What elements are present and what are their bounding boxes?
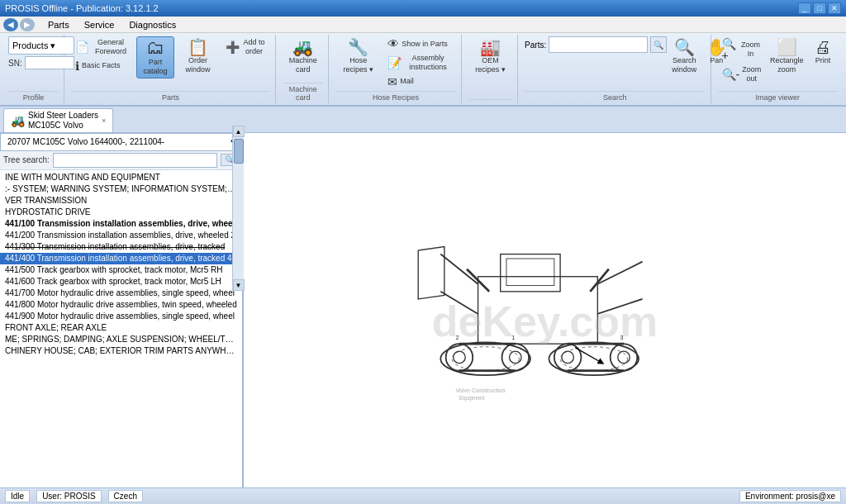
hose-icon: 🔧	[348, 39, 368, 55]
title-bar: PROSIS Offline - Publication: 3.12.1.2 _…	[0, 0, 846, 17]
ribbon: Products ▾ SN: Profile 📄 General Forewor…	[0, 33, 846, 107]
print-icon: 🖨	[815, 39, 831, 55]
machine-diagram: 1 2 3 Volvo Construction Equipment	[388, 222, 702, 421]
tree-item[interactable]: 441/500 Track gearbox with sprocket, tra…	[0, 264, 242, 276]
tree-item[interactable]: CHINERY HOUSE; CAB; EXTERIOR TRIM PARTS …	[0, 345, 242, 357]
minimize-button[interactable]: _	[798, 2, 811, 14]
profile-group-label: Profile	[8, 91, 59, 102]
order-icon: 📋	[188, 39, 208, 55]
ribbon-group-parts: 📄 General Foreword ℹ Basic Facts 🗂 Part …	[66, 35, 276, 103]
svg-line-6	[597, 298, 642, 313]
part-catalog-button[interactable]: 🗂 Part catalog	[136, 36, 174, 78]
tree-item[interactable]: 441/900 Motor hydraulic drive assemblies…	[0, 311, 242, 322]
basic-facts-label: Basic Facts	[82, 61, 121, 70]
order-window-label: Order window	[181, 56, 215, 74]
tree-item[interactable]: 441/800 Motor hydraulic drive assemblies…	[0, 299, 242, 311]
ribbon-group-search: Parts: 🔍 🔍 Search window ✋ Pan Search	[520, 35, 711, 103]
svg-line-4	[440, 291, 478, 313]
tab-label: Skid Steer LoadersMC105C Volvo	[28, 111, 98, 131]
tree-item[interactable]: 441/100 Transmission installation assemb…	[0, 218, 242, 230]
mail-label: Mail	[400, 77, 414, 86]
machine-card-button[interactable]: 🚜 Machine card	[283, 36, 323, 77]
back-button[interactable]: ◀	[3, 18, 18, 31]
oem-group-label	[468, 99, 512, 102]
tree-item[interactable]: HYDROSTATIC DRIVE	[0, 207, 242, 218]
image-area: 1 2 3 Volvo Construction Equipment deKey…	[244, 133, 846, 504]
tree-item[interactable]: ME; SPRINGS; DAMPING; AXLE SUSPENSION; W…	[0, 334, 242, 345]
svg-point-19	[554, 344, 581, 371]
catalog-icon: 🗂	[146, 39, 164, 57]
search-window-button[interactable]: 🔍 Search window	[669, 36, 699, 77]
add-to-order-button[interactable]: ➕ Add to order	[221, 36, 270, 58]
menu-parts[interactable]: Parts	[41, 18, 76, 31]
scrollbar-thumb[interactable]	[234, 139, 244, 164]
info-icon: ℹ	[75, 60, 79, 72]
svg-text:1: 1	[511, 333, 515, 340]
window-controls[interactable]: _ □ ✕	[798, 2, 841, 14]
main-tab[interactable]: 🚜 Skid Steer LoadersMC105C Volvo ×	[3, 108, 113, 132]
mail-icon: ✉	[387, 76, 397, 88]
show-in-parts-button[interactable]: 👁 Show in Parts	[383, 36, 456, 51]
assembly-instructions-button[interactable]: 📝 Assembly instructions	[383, 52, 456, 74]
basic-facts-button[interactable]: ℹ Basic Facts	[71, 59, 134, 74]
products-dropdown[interactable]: Products ▾	[8, 36, 74, 55]
scrollbar-down-button[interactable]: ▼	[233, 279, 245, 291]
general-foreword-button[interactable]: 📄 General Foreword	[71, 36, 134, 58]
machine-card-label: Machine card	[287, 56, 319, 74]
zoom-in-button[interactable]: 🔍+ Zoom In	[718, 36, 766, 63]
oem-icon: 🏭	[480, 39, 501, 55]
hose-recipes-button[interactable]: 🔧 Hose recipes ▾	[335, 36, 381, 77]
tree-item[interactable]: :- SYSTEM; WARNING SYSTEM; INFORMATION S…	[0, 183, 242, 195]
forward-button[interactable]: ▶	[20, 18, 35, 31]
search-glass-button[interactable]: 🔍	[650, 36, 667, 53]
zoom-out-button[interactable]: 🔍- Zoom out	[718, 64, 766, 85]
tree-item[interactable]: 441/400 Transmission installation assemb…	[0, 253, 242, 264]
tree-item[interactable]: INE WITH MOUNTING AND EQUIPMENT	[0, 172, 242, 183]
tree-item[interactable]: VER TRANSMISSION	[0, 195, 242, 207]
right-panel: 1 2 3 Volvo Construction Equipment deKey…	[244, 133, 846, 504]
svg-line-3	[440, 254, 478, 283]
zoom-out-icon: 🔍-	[722, 69, 740, 80]
tab-bar: 🚜 Skid Steer LoadersMC105C Volvo ×	[0, 107, 846, 133]
menu-service[interactable]: Service	[78, 18, 121, 31]
oem-recipes-label: OEM recipes ▾	[473, 56, 508, 74]
parts-search-input[interactable]	[549, 36, 648, 53]
svg-point-17	[610, 344, 637, 371]
tab-close-button[interactable]: ×	[102, 116, 106, 125]
machine-card-group-label: Machine card	[283, 83, 323, 102]
tree-search-input[interactable]	[53, 153, 217, 168]
sn-label: SN:	[8, 59, 22, 68]
machine-dropdown[interactable]: 20707 MC105C Volvo 1644000-, 2211004-	[0, 133, 242, 151]
parts-group-label: Parts	[71, 91, 270, 102]
search-window-icon: 🔍	[674, 39, 695, 55]
status-user: User: PROSIS	[36, 490, 101, 502]
tree-item[interactable]: 441/200 Transmission installation assemb…	[0, 230, 242, 241]
mail-button[interactable]: ✉ Mail	[383, 74, 456, 89]
menu-bar: ◀ ▶ Parts Service Diagnostics	[0, 17, 846, 33]
svg-point-9	[501, 344, 529, 371]
zoom-out-label: Zoom out	[742, 65, 761, 83]
svg-point-20	[561, 351, 573, 363]
order-window-button[interactable]: 📋 Order window	[177, 36, 219, 77]
general-foreword-label: General Foreword	[92, 38, 130, 56]
scrollbar-up-button[interactable]: ▲	[233, 126, 245, 137]
tree-scrollbar[interactable]: ▲ ▼	[232, 126, 244, 291]
zoom-in-icon: 🔍+	[722, 38, 738, 61]
rectangle-zoom-button[interactable]: ⬜ Rectangle zoom	[768, 36, 806, 77]
search-group-label: Search	[525, 91, 706, 102]
ribbon-group-oem: 🏭 OEM recipes ▾	[463, 35, 518, 103]
tree-item[interactable]: 441/300 Transmission installation assemb…	[0, 241, 242, 253]
close-button[interactable]: ✕	[828, 2, 841, 14]
tree-content[interactable]: INE WITH MOUNTING AND EQUIPMENT:- SYSTEM…	[0, 170, 242, 504]
oem-recipes-button[interactable]: 🏭 OEM recipes ▾	[468, 36, 512, 77]
tree-search-label: Tree search:	[3, 155, 50, 164]
left-panel: 20707 MC105C Volvo 1644000-, 2211004- Tr…	[0, 133, 244, 504]
tree-item[interactable]: 441/700 Motor hydraulic drive assemblies…	[0, 288, 242, 299]
tree-item[interactable]: 441/600 Track gearbox with sprocket, tra…	[0, 276, 242, 288]
show-in-parts-label: Show in Parts	[402, 40, 448, 49]
svg-line-28	[575, 347, 601, 362]
maximize-button[interactable]: □	[813, 2, 826, 14]
menu-diagnostics[interactable]: Diagnostics	[122, 18, 183, 31]
print-button[interactable]: 🖨 Print	[808, 36, 838, 68]
tree-item[interactable]: FRONT AXLE; REAR AXLE	[0, 322, 242, 334]
